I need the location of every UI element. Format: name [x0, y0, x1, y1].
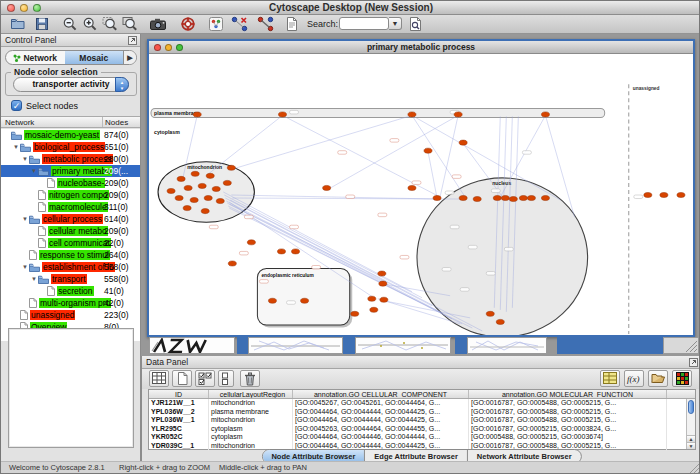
select-attributes-icon [198, 372, 212, 385]
table-column-header[interactable]: ID [149, 390, 209, 398]
network-close-button[interactable] [154, 44, 161, 51]
background-window-edge[interactable] [455, 337, 467, 354]
function-icon: f(x) [626, 372, 642, 384]
background-window-blue-frame[interactable] [557, 337, 663, 354]
background-window-1[interactable] [248, 337, 343, 354]
folder-icon [29, 215, 40, 224]
tab-overflow-arrow[interactable]: ▶ [123, 51, 136, 64]
tree-row[interactable]: multi-organism pro42(0) [1, 297, 140, 309]
select-attributes-button[interactable] [195, 370, 215, 387]
resize-corner[interactable] [663, 337, 699, 354]
tree-row[interactable]: ▼transport558(0) [1, 273, 140, 285]
tree-row[interactable]: ▼establishment of lo558(0) [1, 261, 140, 273]
attribute-grid-button[interactable] [149, 370, 169, 387]
help-button[interactable] [179, 16, 197, 33]
expander-icon[interactable]: ▼ [30, 276, 38, 282]
attribute-table-header: ID_cellularLayoutRegionannotation.GO CEL… [149, 390, 695, 399]
function-button[interactable]: f(x) [624, 370, 644, 387]
tree-row[interactable]: mosaic-demo-yeast874(0) [1, 129, 140, 141]
birds-eye-view-panel[interactable] [8, 328, 134, 448]
background-window-3[interactable] [467, 337, 547, 354]
expander-icon[interactable]: ▼ [21, 216, 29, 222]
delete-attribute-button[interactable] [240, 370, 260, 387]
background-window-edge[interactable] [343, 337, 355, 354]
tree-row[interactable]: nitrogen compo209(0) [1, 189, 140, 201]
tree-row[interactable]: cellular metabo209(0) [1, 225, 140, 237]
search-input[interactable] [339, 17, 389, 30]
scrollbar-thumb[interactable] [688, 400, 694, 414]
tree-row[interactable]: unassigned223(0) [1, 309, 140, 321]
tree-row[interactable]: response to stimul264(0) [1, 249, 140, 261]
table-row[interactable]: YJR121W__1mitochondrion[GO:0045267, GO:0… [149, 399, 695, 408]
float-panel-icon[interactable] [128, 36, 137, 49]
scroll-down-icon[interactable]: ▼ [687, 442, 695, 449]
scroll-up-icon[interactable]: ▲ [687, 435, 695, 442]
zoom-selected-button[interactable] [101, 16, 119, 33]
save-button[interactable] [33, 16, 51, 33]
tree-column-nodes[interactable]: Nodes [103, 117, 140, 127]
vizmapper-button[interactable] [207, 16, 225, 33]
table-cell: YJR121W__1 [149, 399, 209, 408]
open-button[interactable] [9, 16, 27, 33]
hide-selected-edges-button[interactable] [231, 16, 249, 33]
tree-row-label: metabolic process [42, 154, 113, 164]
tree-row[interactable]: ▼primary metabo209(... [1, 165, 140, 177]
close-button[interactable] [7, 4, 15, 12]
tree-row[interactable]: ▼cellular process614(0) [1, 213, 140, 225]
table-column-header[interactable]: _cellularLayoutRegion [209, 390, 293, 398]
zoom-window-button[interactable] [33, 4, 41, 12]
table-column-header[interactable]: annotation.GO MOLECULAR_FUNCTION [469, 390, 667, 398]
zoom-fit-button[interactable] [121, 16, 139, 33]
table-vertical-scrollbar[interactable]: ▲ ▼ [686, 399, 695, 449]
tree-row[interactable]: nucleobase-209(0) [1, 177, 140, 189]
unselect-attributes-button[interactable] [218, 370, 234, 387]
tree-row-count: 22(0) [104, 238, 124, 248]
show-selected-edges-button[interactable] [257, 16, 275, 33]
tree-row[interactable]: cell communicat22(0) [1, 237, 140, 249]
snapshot-button[interactable] [149, 16, 167, 33]
expander-icon[interactable]: ▼ [12, 144, 20, 150]
node-color-dropdown[interactable]: transporter activity ▲▼ [13, 77, 129, 92]
network-zoom-button[interactable] [176, 44, 183, 51]
background-window-2[interactable] [355, 337, 451, 354]
tab-mosaic[interactable]: Mosaic [65, 51, 124, 64]
table-row[interactable]: YPL036W__1mitochondrion[GO:0044464, GO:0… [149, 416, 695, 425]
enhanced-search-button[interactable] [407, 16, 425, 33]
expander-icon[interactable]: ▼ [21, 264, 29, 270]
import-attributes-button[interactable] [648, 370, 668, 387]
table-row[interactable]: YPL036W__2plasma membrane[GO:0044464, GO… [149, 408, 695, 417]
minimize-button[interactable] [20, 4, 28, 12]
network-canvas[interactable]: plasma membranecytoplasmmitochondrionnuc… [149, 54, 693, 335]
tree-row-count: 42(0) [104, 298, 124, 308]
tab-network[interactable]: Network [6, 51, 65, 64]
select-nodes-checkbox[interactable]: ✓ [11, 100, 22, 111]
tree-row-count: 651(0) [104, 142, 129, 152]
expander-icon[interactable]: ▼ [21, 156, 29, 162]
tree-row-label: cell communicat [48, 238, 111, 248]
matrix-button[interactable] [600, 370, 620, 387]
network-window[interactable]: primary metabolic process plasma membran… [147, 39, 695, 337]
window-resize-grip[interactable] [690, 463, 700, 472]
expander-icon[interactable]: ▼ [30, 168, 38, 174]
network-window-titlebar[interactable]: primary metabolic process [149, 41, 693, 54]
background-window-edge[interactable] [237, 337, 248, 354]
background-window-overview[interactable] [149, 337, 235, 354]
tree-row[interactable]: secretion41(0) [1, 285, 140, 297]
network-minimize-button[interactable] [165, 44, 172, 51]
tree-row[interactable]: macromolecule311(0) [1, 201, 140, 213]
table-row[interactable]: YLR295Ccytoplasm[GO:0045263, GO:0044464,… [149, 425, 695, 434]
zoom-in-button[interactable] [81, 16, 99, 33]
table-row[interactable]: YKR052Ccytoplasm[GO:0044464, GO:0044446,… [149, 433, 695, 442]
overview-glyphs [150, 338, 234, 353]
file-icon [38, 226, 46, 236]
zoom-out-button[interactable] [61, 16, 79, 33]
search-dropdown-button[interactable]: ▼ [389, 17, 402, 30]
table-column-header[interactable]: annotation.GO CELLULAR_COMPONENT [293, 390, 469, 398]
tree-row-label: multi-organism pro [39, 298, 111, 308]
annotation-button[interactable] [283, 16, 301, 33]
tree-row[interactable]: ▼biological_process651(0) [1, 141, 140, 153]
heatmap-button[interactable] [672, 370, 692, 387]
tree-column-network[interactable]: Network [1, 117, 103, 127]
tree-row[interactable]: ▼metabolic process280(0) [1, 153, 140, 165]
new-attribute-button[interactable] [172, 370, 192, 387]
